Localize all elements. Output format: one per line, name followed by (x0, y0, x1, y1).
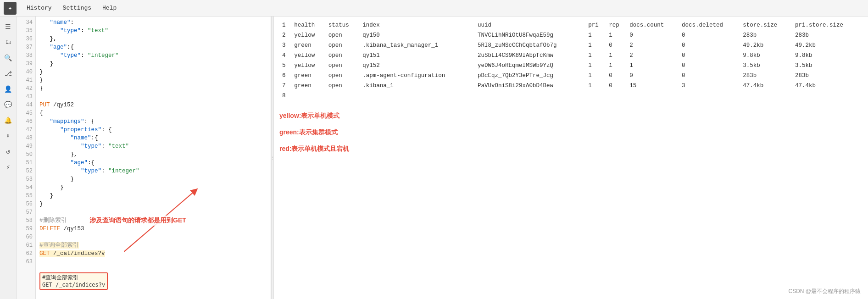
col-index: qy151 (360, 50, 475, 61)
col-status: open (326, 50, 360, 61)
code-area: 3435363738394041424344454647484950515253… (17, 17, 271, 299)
line-number: 59 (17, 225, 35, 233)
col-docs-deleted (679, 91, 740, 101)
col-index: qy150 (360, 30, 475, 40)
row-number: 7 (279, 81, 291, 91)
table-col-header: store.size (740, 20, 792, 30)
col-pri-store-size: 49.2kb (792, 40, 862, 50)
col-index (360, 91, 475, 101)
col-pri-store-size: 47.4kb (792, 81, 862, 91)
col-status: open (326, 81, 360, 91)
table-row: 5yellowopenqy152yeDW6J4oREqmeIMSWb9YzQ11… (279, 61, 862, 71)
col-pri: 1 (585, 40, 606, 50)
col-uuid: 5RI8_zuMScCChCqbtafOb7g (475, 40, 585, 50)
col-docs-count: 0 (627, 71, 679, 81)
main-layout: ☰ 🗂 🔍 ⎇ 👤 💬 🔔 ⬇ ↺ ⚡ 34353637383940414243… (0, 17, 868, 299)
sidebar-icon-search[interactable]: 🔍 (2, 51, 15, 64)
col-docs-count: 1 (627, 61, 679, 71)
code-content[interactable]: "name": "type": "text" }, "age":{ "type"… (36, 17, 271, 299)
col-health: yellow (291, 61, 326, 71)
menu-settings[interactable]: Settings (58, 3, 96, 13)
col-rep: 0 (606, 81, 627, 91)
col-rep (606, 91, 627, 101)
col-rownum-header: 1 (279, 20, 291, 30)
table-col-header: docs.deleted (679, 20, 740, 30)
col-docs-deleted: 0 (679, 30, 740, 40)
line-number: 62 (17, 249, 35, 258)
col-store-size: 283b (740, 71, 792, 81)
col-store-size: 9.8kb (740, 50, 792, 61)
sidebar-icon-user[interactable]: 👤 (2, 83, 15, 95)
line-number: 45 (17, 109, 35, 117)
col-pri-store-size: 283b (792, 71, 862, 81)
col-docs-deleted: 3 (679, 81, 740, 91)
line-number: 47 (17, 126, 35, 134)
table-row: 2yellowopenqy150TNVCLihNRiOtU8FwqaE59g11… (279, 30, 862, 40)
table-row: 4yellowopenqy1512uSbLl4CS9K89IAbpfcKmw11… (279, 50, 862, 61)
col-docs-deleted: 0 (679, 61, 740, 71)
sidebar-icon-menu[interactable]: ☰ (2, 20, 15, 33)
col-index: .kibana_1 (360, 81, 475, 91)
table-col-header: index (360, 20, 475, 30)
col-pri-store-size: 9.8kb (792, 50, 862, 61)
line-number: 58 (17, 216, 35, 225)
row-number: 4 (279, 50, 291, 61)
line-number: 51 (17, 159, 35, 167)
line-number: 38 (17, 51, 35, 60)
sidebar-icon-comment[interactable]: 💬 (2, 98, 15, 111)
row-number: 6 (279, 71, 291, 81)
sidebar-icon-git[interactable]: ⎇ (2, 67, 15, 80)
table-col-header: pri.store.size (792, 20, 862, 30)
col-docs-deleted: 0 (679, 40, 740, 50)
col-rep: 0 (606, 71, 627, 81)
sidebar-icon-download[interactable]: ⬇ (2, 129, 15, 142)
col-pri: 1 (585, 50, 606, 61)
sidebar: ☰ 🗂 🔍 ⎇ 👤 💬 🔔 ⬇ ↺ ⚡ (0, 17, 17, 299)
line-number: 50 (17, 150, 35, 159)
line-number: 55 (17, 192, 35, 200)
col-uuid: 2uSbLl4CS9K89IAbpfcKmw (475, 50, 585, 61)
table-col-header: uuid (475, 20, 585, 30)
table-row: 3greenopen.kibana_task_manager_15RI8_zuM… (279, 40, 862, 50)
col-index: qy152 (360, 61, 475, 71)
line-number: 60 (17, 233, 35, 241)
table-row: 7greenopen.kibana_1PaVUvOniS8i29xA0bD4Be… (279, 81, 862, 91)
highlight-box: #查询全部索引GET /_cat/indices?v (39, 272, 108, 290)
table-col-header: health (291, 20, 326, 30)
line-number: 56 (17, 200, 35, 208)
menu-help[interactable]: Help (98, 3, 121, 13)
desc-item-yellow: yellow:表示单机模式 (279, 112, 862, 120)
col-uuid: pBcEqz_7Qb2Y3ePTre_Jcg (475, 71, 585, 81)
sidebar-icon-bell[interactable]: 🔔 (2, 114, 15, 127)
col-pri: 1 (585, 81, 606, 91)
col-docs-count: 2 (627, 50, 679, 61)
col-uuid (475, 91, 585, 101)
desc-item-red: red:表示单机模式且宕机 (279, 145, 862, 153)
sidebar-icon-folder[interactable]: 🗂 (2, 36, 15, 49)
line-number: 43 (17, 93, 35, 101)
menu-history[interactable]: History (22, 3, 56, 13)
col-health: green (291, 81, 326, 91)
col-health: green (291, 40, 326, 50)
col-docs-deleted: 0 (679, 71, 740, 81)
col-store-size: 3.5kb (740, 61, 792, 71)
line-numbers: 3435363738394041424344454647484950515253… (17, 17, 36, 299)
line-number: 34 (17, 18, 35, 27)
col-pri-store-size: 3.5kb (792, 61, 862, 71)
col-docs-count: 0 (627, 30, 679, 40)
line-number: 48 (17, 134, 35, 142)
line-number: 39 (17, 60, 35, 68)
col-rep: 0 (606, 40, 627, 50)
line-number: 49 (17, 142, 35, 150)
col-health: yellow (291, 50, 326, 61)
col-store-size: 283b (740, 30, 792, 40)
line-number: 63 (17, 258, 35, 266)
right-panel: 1healthstatusindexuuidprirepdocs.countdo… (274, 17, 868, 299)
sidebar-icon-lightning[interactable]: ⚡ (2, 161, 15, 173)
col-store-size: 49.2kb (740, 40, 792, 50)
footer-text: CSDN @最不会程序的程序猿 (788, 288, 861, 295)
sidebar-icon-refresh[interactable]: ↺ (2, 145, 15, 158)
editor-panel: 3435363738394041424344454647484950515253… (17, 17, 271, 299)
col-pri: 1 (585, 71, 606, 81)
table-col-header: docs.count (627, 20, 679, 30)
